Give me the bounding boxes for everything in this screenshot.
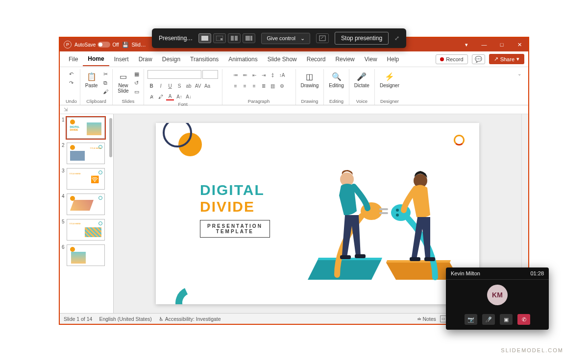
save-icon[interactable]: 💾	[122, 42, 129, 48]
tab-record[interactable]: Record	[302, 53, 331, 66]
bullets-button[interactable]: ≔	[232, 71, 240, 79]
tab-design[interactable]: Design	[157, 53, 185, 66]
indent-left-button[interactable]: ⇤	[250, 71, 258, 79]
share-toggle-button[interactable]: ▣	[500, 314, 513, 325]
text-direction-button[interactable]: ↕A	[278, 71, 286, 79]
mic-toggle-button[interactable]: 🎤̸	[482, 314, 495, 325]
hangup-icon: ✆	[522, 316, 526, 323]
group-label-editing: Editing	[329, 97, 343, 105]
tab-help[interactable]: Help	[382, 53, 404, 66]
call-duration: 01:28	[530, 270, 544, 276]
undo-button[interactable]: ↶	[67, 70, 75, 78]
group-editing: 🔍Editing Editing	[324, 69, 349, 105]
tab-view[interactable]: View	[360, 53, 382, 66]
thumbnail-1[interactable]: 1DIGITALDIVIDE	[62, 117, 111, 139]
popout-button[interactable]	[316, 33, 329, 43]
decrease-font-button[interactable]: A↓	[185, 93, 193, 100]
designer-icon: ⚡	[384, 71, 395, 82]
font-family-dropdown[interactable]	[147, 70, 201, 79]
bold-button[interactable]: B	[147, 82, 155, 90]
editing-button[interactable]: 🔍Editing	[327, 70, 346, 89]
reset-button[interactable]: ↺	[133, 79, 141, 87]
collapse-ribbon-button[interactable]: ⌄	[514, 69, 525, 105]
call-controls: 📷̸ 🎤̸ ▣ ✆	[446, 310, 549, 330]
scrollbar-thumb[interactable]	[109, 118, 112, 157]
tab-home[interactable]: Home	[83, 52, 109, 66]
columns-button[interactable]: ▥	[269, 82, 277, 90]
teams-call-widget[interactable]: Kevin Milton 01:28 KM 📷̸ 🎤̸ ▣ ✆	[446, 267, 549, 330]
camera-toggle-button[interactable]: 📷̸	[465, 314, 477, 325]
slide-canvas[interactable]: DIGITAL DIVIDE PRESENTATION TEMPLATE	[156, 123, 479, 304]
layout-side-by-side-button[interactable]	[228, 33, 241, 43]
pin-icon[interactable]: ⤢	[394, 35, 399, 42]
font-size-dropdown[interactable]	[202, 70, 218, 79]
indent-right-button[interactable]: ⇥	[260, 71, 268, 79]
tab-slideshow[interactable]: Slide Show	[263, 53, 302, 66]
dictate-button[interactable]: 🎤Dictate	[352, 70, 371, 89]
share-button[interactable]: ↗Share▾	[489, 54, 524, 64]
drawing-button[interactable]: ◫Drawing	[299, 70, 321, 89]
tab-file[interactable]: File	[64, 53, 83, 66]
microphone-icon: 🎤	[356, 71, 367, 82]
close-button[interactable]: ✕	[511, 38, 528, 51]
new-slide-button[interactable]: ▭New Slide	[116, 70, 130, 95]
strike-button[interactable]: S	[175, 82, 183, 90]
comments-icon[interactable]: 💬	[472, 54, 485, 64]
layout-standout-button[interactable]	[213, 33, 226, 43]
call-participant-name: Kevin Milton	[451, 270, 480, 276]
notes-button[interactable]: ≐ Notes	[417, 316, 436, 322]
layout-reporter-button[interactable]	[243, 33, 255, 43]
tab-insert[interactable]: Insert	[109, 53, 134, 66]
thumbnail-4[interactable]: 4	[62, 194, 111, 215]
layout-button[interactable]: ▦	[133, 70, 141, 78]
status-accessibility[interactable]: ♿︎Accessibility: Investigate	[159, 316, 221, 322]
svg-rect-19	[424, 257, 435, 261]
designer-button[interactable]: ⚡Designer	[378, 70, 401, 89]
tab-review[interactable]: Review	[330, 53, 359, 66]
clear-format-button[interactable]: A̷	[147, 93, 155, 100]
maximize-button[interactable]: □	[493, 38, 511, 51]
minimize-button[interactable]: —	[475, 38, 493, 51]
tab-transitions[interactable]: Transitions	[185, 53, 223, 66]
thumbnail-3[interactable]: 3TITLE HERE🛜	[62, 168, 111, 190]
align-right-button[interactable]: ≡	[250, 82, 258, 90]
autosave-toggle[interactable]: AutoSave Off	[74, 42, 119, 48]
status-language[interactable]: English (United States)	[99, 316, 151, 322]
highlight-button[interactable]: 🖍	[157, 93, 165, 100]
give-control-dropdown[interactable]: Give control ⌄	[261, 33, 310, 44]
slide-title-2: DIVIDE	[200, 198, 270, 215]
format-painter-button[interactable]: 🖌	[101, 88, 109, 96]
shadow-button[interactable]: ab	[185, 82, 193, 90]
align-center-button[interactable]: ≡	[241, 82, 249, 90]
tab-animations[interactable]: Animations	[223, 53, 262, 66]
justify-button[interactable]: ≣	[260, 82, 268, 90]
tab-draw[interactable]: Draw	[134, 53, 157, 66]
copy-button[interactable]: ⧉	[101, 79, 109, 87]
record-button[interactable]: Record	[436, 54, 467, 64]
cut-button[interactable]: ✂	[101, 70, 109, 78]
hangup-button[interactable]: ✆	[517, 314, 530, 325]
thumbnail-6[interactable]: 6	[62, 244, 111, 266]
section-button[interactable]: ▭	[133, 88, 141, 96]
collapse-handle[interactable]: ⇲	[64, 107, 68, 112]
layout-content-only-button[interactable]	[198, 33, 211, 43]
group-voice: 🎤Dictate Voice	[349, 69, 375, 105]
underline-button[interactable]: U	[166, 82, 174, 90]
stop-presenting-button[interactable]: Stop presenting	[335, 32, 389, 45]
line-spacing-button[interactable]: ‡	[269, 71, 277, 79]
align-left-button[interactable]: ≡	[232, 82, 240, 90]
spacing-button[interactable]: AV	[194, 82, 202, 90]
avatar-initials: KM	[492, 291, 503, 299]
redo-button[interactable]: ↷	[67, 79, 75, 87]
paste-button[interactable]: 📋Paste	[83, 70, 100, 89]
numbering-button[interactable]: ≕	[241, 71, 249, 79]
increase-font-button[interactable]: A↑	[175, 93, 183, 100]
group-label-drawing: Drawing	[301, 97, 318, 105]
smartart-button[interactable]: ⚙	[278, 82, 286, 90]
case-button[interactable]: Aa	[203, 82, 211, 90]
thumbnail-2[interactable]: 2TITLE HERE	[62, 143, 111, 164]
font-color-button[interactable]: A	[166, 93, 174, 100]
thumbnail-5[interactable]: 5TITLE HERE	[62, 219, 111, 241]
italic-button[interactable]: I	[157, 82, 165, 90]
ribbon-options-icon[interactable]: ▾	[458, 38, 475, 51]
